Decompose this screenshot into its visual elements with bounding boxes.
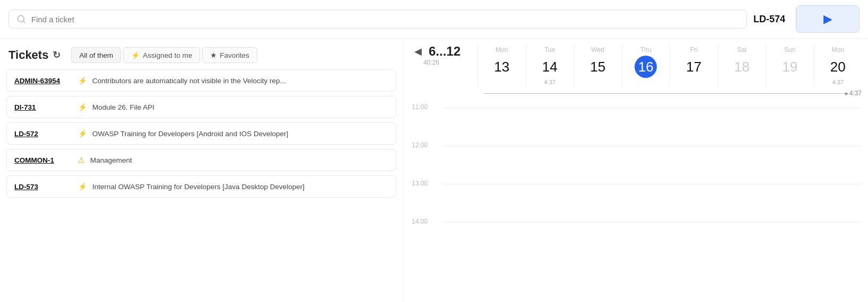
ticket-item[interactable]: ADMIN-63954 ⚡ Contributors are automatic… xyxy=(6,69,396,92)
ticket-id: COMMON-1 xyxy=(14,156,73,164)
days-row: Mon 13 Tue 14 4:37 Wed 15 Thu 16 Fri 17 … xyxy=(478,44,868,87)
play-button[interactable]: ▶ xyxy=(796,5,860,33)
ticket-id: LD-572 xyxy=(14,130,73,138)
prev-week-button[interactable]: ◀ xyxy=(412,46,424,57)
day-column[interactable]: Mon 20 4:37 xyxy=(814,44,862,87)
filter-tabs: All of them ⚡ Assigned to me ★ Favorites xyxy=(71,47,257,63)
day-column[interactable]: Wed 15 xyxy=(574,44,622,87)
lightning-icon: ⚡ xyxy=(78,182,87,191)
day-column[interactable]: Thu 16 xyxy=(622,44,670,87)
search-input[interactable] xyxy=(31,15,739,24)
day-number[interactable]: 20 xyxy=(827,56,849,78)
day-hours: 4:37 xyxy=(832,79,844,87)
filter-assigned-label: Assigned to me xyxy=(143,51,192,59)
favorites-icon: ★ xyxy=(210,51,217,59)
filter-favorites-label: Favorites xyxy=(220,51,249,59)
ticket-item[interactable]: COMMON-1 ⚠ Management xyxy=(6,149,396,171)
time-grid-line xyxy=(444,184,862,184)
week-total: 40:26 xyxy=(412,59,439,66)
day-column[interactable]: Fri 17 xyxy=(670,44,718,87)
filter-tab-favorites[interactable]: ★ Favorites xyxy=(202,47,257,63)
right-panel: ◀ 6...12 40:26 Mon 13 Tue 14 4:37 Wed 15… xyxy=(403,39,868,302)
day-name: Sun xyxy=(784,44,795,54)
day-name: Tue xyxy=(544,44,555,54)
time-grid-line xyxy=(444,222,862,223)
day-column[interactable]: Mon 13 xyxy=(478,44,526,87)
day-hours: 4:37 xyxy=(544,79,555,87)
day-name: Thu xyxy=(640,44,652,54)
tickets-label: Tickets xyxy=(8,48,48,62)
time-grid-line xyxy=(444,108,862,108)
ticket-description: Internal OWASP Training for Developers [… xyxy=(92,183,305,191)
time-arrow-row: ► 4:37 xyxy=(403,87,868,97)
left-panel: Tickets ↻ All of them ⚡ Assigned to me ★… xyxy=(0,39,403,302)
ticket-id: LD-573 xyxy=(14,183,73,191)
day-name: Sat xyxy=(737,44,747,54)
time-grid-line xyxy=(444,146,862,146)
ticket-id: ADMIN-63954 xyxy=(14,77,73,85)
warning-icon: ⚠ xyxy=(78,156,85,164)
ticket-item[interactable]: DI-731 ⚡ Module 26. File API xyxy=(6,96,396,118)
day-name: Fri xyxy=(690,44,698,54)
day-number[interactable]: 14 xyxy=(539,56,561,78)
svg-line-1 xyxy=(23,21,24,22)
tickets-title: Tickets ↻ xyxy=(8,48,60,62)
main-content: Tickets ↻ All of them ⚡ Assigned to me ★… xyxy=(0,39,868,302)
calendar-body[interactable]: 11:0012:0013:0014:00 xyxy=(403,103,868,302)
ticket-id: DI-731 xyxy=(14,103,73,111)
ticket-item[interactable]: LD-573 ⚡ Internal OWASP Training for Dev… xyxy=(6,175,396,198)
top-bar: LD-574 ▶ xyxy=(0,0,868,39)
filter-all-label: All of them xyxy=(79,51,113,59)
refresh-icon[interactable]: ↻ xyxy=(53,49,60,61)
day-number[interactable]: 13 xyxy=(491,56,513,78)
day-number[interactable]: 15 xyxy=(587,56,609,78)
ticket-item[interactable]: LD-572 ⚡ OWASP Training for Developers [… xyxy=(6,122,396,145)
filter-tab-assigned[interactable]: ⚡ Assigned to me xyxy=(123,47,200,63)
lightning-icon: ⚡ xyxy=(78,129,87,138)
ticket-description: Contributors are automatically not visib… xyxy=(92,77,286,85)
ticket-description: Module 26. File API xyxy=(92,103,154,111)
day-name: Mon xyxy=(496,44,508,54)
ticket-id-badge: LD-574 xyxy=(753,14,789,25)
day-number[interactable]: 17 xyxy=(683,56,705,78)
ticket-description: Management xyxy=(90,156,132,164)
assigned-icon: ⚡ xyxy=(131,51,140,59)
time-label: 13:00 xyxy=(412,180,428,187)
week-range: 6...12 xyxy=(429,44,461,59)
day-name: Mon xyxy=(832,44,844,54)
day-number[interactable]: 18 xyxy=(731,56,753,78)
lightning-icon: ⚡ xyxy=(78,76,87,85)
day-number[interactable]: 16 xyxy=(635,56,657,78)
time-label: 11:00 xyxy=(412,103,428,111)
search-icon xyxy=(16,14,26,24)
day-column[interactable]: Sun 19 xyxy=(766,44,814,87)
ticket-description: OWASP Training for Developers [Android a… xyxy=(92,130,288,138)
play-icon: ▶ xyxy=(823,12,832,26)
time-end-label: 4:37 xyxy=(849,90,862,97)
day-name: Wed xyxy=(592,44,604,54)
day-column[interactable]: Tue 14 4:37 xyxy=(526,44,574,87)
lightning-icon: ⚡ xyxy=(78,103,87,111)
day-number[interactable]: 19 xyxy=(779,56,801,78)
time-label: 14:00 xyxy=(412,218,428,225)
ticket-list: ADMIN-63954 ⚡ Contributors are automatic… xyxy=(0,69,403,302)
time-label: 12:00 xyxy=(412,141,428,149)
tickets-header: Tickets ↻ All of them ⚡ Assigned to me ★… xyxy=(0,39,403,69)
search-box[interactable] xyxy=(8,10,747,29)
day-column[interactable]: Sat 18 xyxy=(718,44,766,87)
filter-tab-all[interactable]: All of them xyxy=(71,47,121,63)
